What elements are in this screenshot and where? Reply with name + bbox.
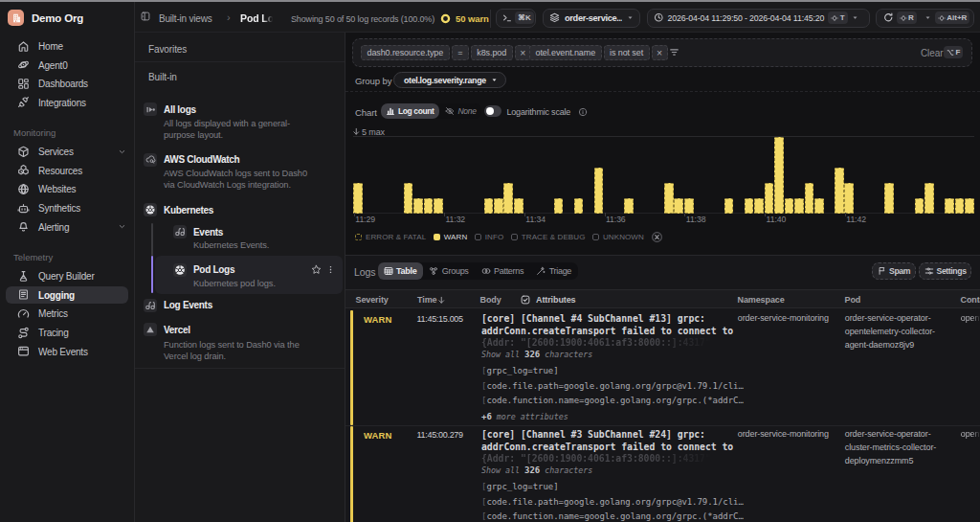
group-by-select[interactable]: otel.log.severity.range	[393, 72, 506, 88]
chart-option-log-count[interactable]: Log count	[381, 103, 439, 119]
chart-bar[interactable]	[514, 198, 523, 214]
chart-bar[interactable]	[503, 183, 513, 214]
chart-bar[interactable]	[484, 198, 494, 214]
tab-patterns[interactable]: Patterns	[475, 266, 530, 276]
chart-bar[interactable]	[844, 183, 854, 214]
chart-bar[interactable]	[674, 198, 683, 214]
time-range-button[interactable]: 2026-04-04 11:29:50 - 2026-04-04 11:45:2…	[647, 9, 870, 28]
chart-bar[interactable]	[754, 198, 764, 214]
attributes-checkbox[interactable]	[521, 295, 530, 305]
sidebar-item-synthetics[interactable]: Synthetics	[0, 198, 134, 217]
filter-chip-otel-event-name[interactable]: otel.event.nameis not set×	[529, 45, 668, 60]
legend-item-unknown[interactable]: UNKNOWN	[592, 233, 644, 241]
chart-bar[interactable]	[434, 198, 443, 214]
legend-item-info[interactable]: INFO	[475, 233, 504, 241]
attributes-toggle-label[interactable]: Attributes	[536, 295, 576, 305]
kebab-menu-icon[interactable]	[326, 265, 335, 274]
chart-bar[interactable]	[765, 183, 774, 214]
legend-dismiss-icon[interactable]	[651, 231, 663, 243]
chart-bar[interactable]	[494, 198, 503, 214]
chip-operator: is not set	[604, 45, 650, 60]
tree-line	[151, 223, 153, 256]
chart-bar[interactable]	[574, 198, 584, 214]
chart-bar[interactable]	[353, 183, 363, 214]
tab-triage[interactable]: Triage	[530, 266, 578, 276]
attribute-line[interactable]: [code.file.path=google.golang.org/grpc@v…	[481, 381, 744, 391]
sidebar-item-websites[interactable]: Websites	[0, 180, 134, 199]
chart-bar[interactable]	[794, 198, 804, 214]
attribute-line[interactable]: [code.function.name=google.golang.org/gr…	[481, 511, 744, 521]
filter-chip-dash0-resource-type[interactable]: dash0.resource.type=k8s.pod×	[361, 45, 531, 60]
column-pod[interactable]: Pod	[845, 295, 861, 305]
command-palette-button[interactable]: ⌘K	[496, 9, 536, 28]
chart-bar[interactable]	[924, 183, 934, 214]
chart-bar[interactable]	[624, 198, 634, 214]
chip-key: otel.event.name	[529, 45, 602, 60]
breadcrumb-section[interactable]: Built-in views	[159, 13, 212, 24]
tab-table[interactable]: Table	[378, 262, 423, 280]
info-icon[interactable]	[578, 107, 588, 117]
chevron-down-icon[interactable]	[924, 14, 931, 21]
star-icon[interactable]	[311, 264, 322, 275]
chip-remove-icon[interactable]: ×	[652, 45, 668, 60]
column-namespace[interactable]: Namespace	[738, 295, 785, 305]
column-body[interactable]: Body	[480, 295, 501, 305]
sidebar-item-home[interactable]: Home	[0, 36, 134, 56]
spam-button[interactable]: Spam	[872, 262, 916, 280]
chart-bar[interactable]	[413, 198, 423, 214]
show-all-link[interactable]: Show all 326 characters	[481, 350, 592, 359]
chart-bar[interactable]	[945, 198, 954, 214]
chart-bar[interactable]	[404, 183, 413, 214]
chart-bar[interactable]	[684, 198, 694, 214]
chart-bar[interactable]	[554, 198, 564, 214]
show-all-link[interactable]: Show all 326 characters	[481, 465, 592, 475]
scope-selector-button[interactable]: order-service...	[543, 9, 640, 28]
chart-bar[interactable]	[965, 198, 974, 214]
chart-bar[interactable]	[805, 183, 814, 214]
column-time[interactable]: Time	[417, 295, 436, 305]
sidebar-item-tracing[interactable]: Tracing	[0, 323, 134, 342]
org-switcher[interactable]: Demo Org	[8, 10, 83, 26]
clear-filters-button[interactable]: Clear	[921, 48, 943, 58]
sidebar-item-query-builder[interactable]: Query Builder	[0, 266, 134, 285]
sidebar-item-web-events[interactable]: Web Events	[0, 342, 134, 361]
sidebar-item-logging[interactable]: Logging	[0, 285, 134, 305]
chart-bar[interactable]	[664, 183, 674, 214]
chart-bar[interactable]	[915, 198, 924, 214]
chart-bar[interactable]	[814, 198, 824, 214]
chart-bar[interactable]	[724, 198, 734, 214]
chart-bar[interactable]	[745, 198, 754, 214]
chart-bar[interactable]	[835, 168, 844, 214]
column-container[interactable]: Container	[961, 295, 980, 305]
sidebar-item-integrations[interactable]: Integrations	[0, 93, 134, 112]
chart-bar[interactable]	[955, 198, 965, 214]
column-severity[interactable]: Severity	[356, 295, 389, 305]
sidebar-item-agent0[interactable]: Agent0	[0, 56, 134, 75]
sidebar-item-label: Services	[38, 147, 74, 157]
sidebar-item-alerting[interactable]: Alerting	[0, 217, 134, 237]
attribute-line[interactable]: [code.function.name=google.golang.org/gr…	[481, 396, 744, 405]
refresh-button-group[interactable]: R Alt+R	[876, 9, 974, 28]
attribute-line[interactable]: [grpc_log=true]	[481, 482, 559, 491]
sidebar-item-resources[interactable]: Resources	[0, 161, 134, 180]
filter-funnel-icon[interactable]	[669, 47, 679, 57]
attribute-line[interactable]: [code.file.path=google.golang.org/grpc@v…	[481, 497, 744, 507]
logarithmic-scale-toggle[interactable]	[484, 105, 501, 117]
chart-bar[interactable]	[884, 183, 894, 214]
chart-bar[interactable]	[594, 168, 604, 214]
chart-bar[interactable]	[785, 198, 794, 214]
sidebar-item-services[interactable]: Services	[0, 143, 134, 162]
sidebar-item-metrics[interactable]: Metrics	[0, 305, 134, 324]
legend-item-error-fatal[interactable]: ERROR & FATAL	[355, 233, 426, 241]
legend-item-warn[interactable]: WARN	[434, 233, 468, 241]
views-panel-icon[interactable]	[141, 11, 150, 21]
sidebar-item-dashboards[interactable]: Dashboards	[0, 74, 134, 93]
attribute-line[interactable]: [grpc_log=true]	[481, 366, 559, 375]
tab-groups[interactable]: Groups	[423, 266, 475, 276]
chart-bar[interactable]	[424, 198, 434, 214]
chart-bar[interactable]	[774, 137, 784, 214]
legend-item-trace-debug[interactable]: TRACE & DEBUG	[511, 233, 586, 241]
settings-button[interactable]: Settings	[919, 262, 971, 280]
chart-option-none[interactable]: None	[439, 106, 480, 116]
more-attributes-link[interactable]: +6 more attributes	[481, 412, 568, 421]
